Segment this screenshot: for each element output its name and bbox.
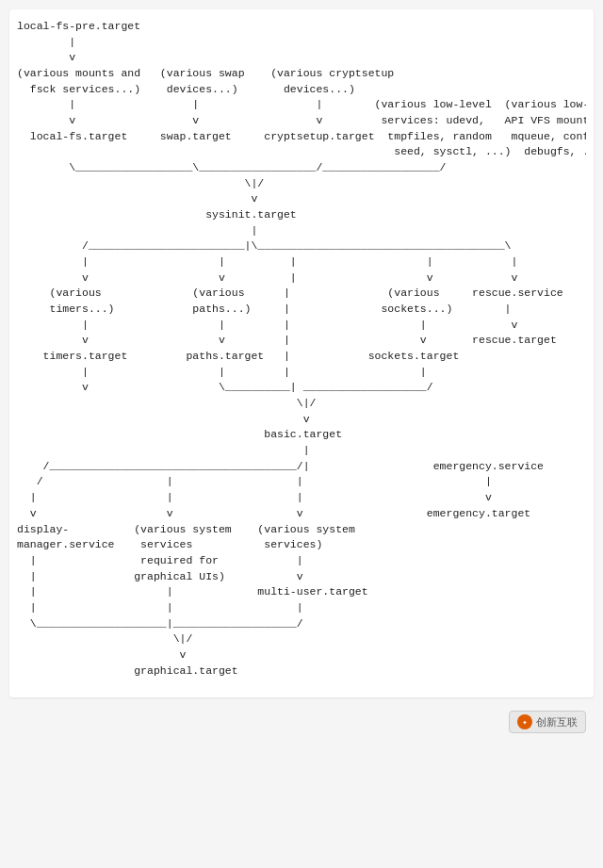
system-diagram: local-fs-pre.target | v (various mounts …: [17, 19, 586, 679]
logo-text: 创新互联: [536, 715, 578, 729]
logo-icon: ✦: [517, 714, 532, 729]
footer: ✦ 创新互联: [9, 707, 594, 737]
logo-badge: ✦ 创新互联: [509, 711, 586, 733]
diagram-container: local-fs-pre.target | v (various mounts …: [9, 9, 594, 697]
